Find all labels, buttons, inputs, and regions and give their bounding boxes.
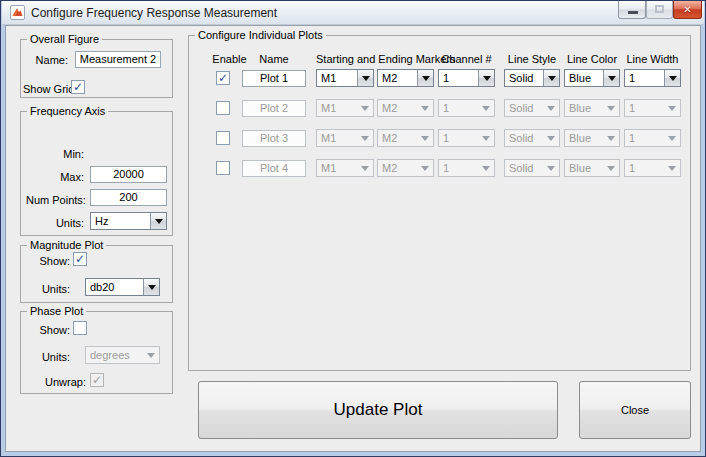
chevron-down-icon (422, 76, 430, 81)
dropdown-arrow-button (417, 130, 433, 146)
chevron-down-icon (155, 219, 163, 224)
dropdown-arrow-button (357, 160, 373, 176)
plot4-marker-end-dropdown: M2 (377, 159, 434, 177)
plot1-name-input[interactable]: Plot 1 (242, 70, 306, 87)
plot2-marker-end-value: M2 (382, 102, 397, 114)
plot3-line-width-value: 1 (629, 132, 635, 144)
plot4-line-style-dropdown: Solid (504, 159, 560, 177)
maximize-icon (655, 5, 664, 13)
chevron-down-icon (547, 166, 555, 171)
plot1-marker-end-dropdown[interactable]: M2 (377, 69, 434, 87)
plot2-channel-dropdown: 1 (438, 99, 495, 117)
plot2-line-color-dropdown: Blue (564, 99, 620, 117)
dropdown-arrow-button (478, 130, 494, 146)
chevron-down-icon (547, 106, 555, 111)
unwrap-checkbox (90, 373, 104, 387)
overall-figure-group: Overall Figure Name: Measurement 2 Show … (20, 39, 173, 98)
close-dialog-button[interactable]: Close (579, 381, 691, 439)
plot3-line-style-value: Solid (509, 132, 533, 144)
plot1-marker-end-value: M2 (382, 72, 397, 84)
phase-show-checkbox[interactable] (73, 321, 87, 335)
dropdown-arrow-button (357, 100, 373, 116)
minimize-button[interactable] (618, 1, 646, 19)
plot1-marker-start-dropdown[interactable]: M1 (316, 69, 374, 87)
plot3-marker-end-dropdown: M2 (377, 129, 434, 147)
plot-row-3: Plot 3 M1 M2 1 Solid Blue 1 (189, 129, 690, 150)
plot2-name-input: Plot 2 (242, 100, 306, 117)
update-plot-button[interactable]: Update Plot (198, 381, 558, 439)
plot3-channel-value: 1 (443, 132, 449, 144)
chevron-down-icon (148, 285, 156, 290)
plot1-line-width-value: 1 (629, 72, 635, 84)
plot1-line-width-dropdown[interactable]: 1 (624, 69, 681, 87)
plot1-channel-value: 1 (443, 72, 449, 84)
freq-max-label: Max: (26, 171, 84, 183)
title-bar[interactable]: Configure Frequency Response Measurement… (2, 1, 704, 25)
line-color-column-header: Line Color (564, 53, 620, 65)
plot2-enable-checkbox[interactable] (216, 101, 230, 115)
name-column-header: Name (242, 53, 306, 65)
phase-plot-group: Phase Plot Show: Units: degrees Unwrap: (20, 311, 173, 394)
freq-units-value: Hz (95, 215, 108, 227)
chevron-down-icon (482, 106, 490, 111)
plot3-enable-checkbox[interactable] (216, 131, 230, 145)
num-points-input[interactable]: 200 (90, 189, 167, 206)
chevron-down-icon (147, 353, 155, 358)
dropdown-arrow-button (664, 160, 680, 176)
dropdown-arrow-button (543, 100, 559, 116)
minimize-icon (628, 11, 638, 14)
plot4-channel-value: 1 (443, 162, 449, 174)
freq-max-input[interactable]: 20000 (90, 166, 167, 183)
show-grid-checkbox[interactable] (71, 80, 85, 94)
chevron-down-icon (361, 136, 369, 141)
plot3-marker-start-value: M1 (321, 132, 336, 144)
chevron-down-icon (361, 106, 369, 111)
magnitude-units-dropdown[interactable]: db20 (85, 278, 160, 296)
plot4-name-input: Plot 4 (242, 160, 306, 177)
dropdown-arrow-button (664, 100, 680, 116)
unwrap-label: Unwrap: (26, 376, 86, 388)
figure-name-input[interactable]: Measurement 2 (75, 51, 161, 68)
freq-units-dropdown[interactable]: Hz (90, 212, 167, 230)
plot3-line-color-dropdown: Blue (564, 129, 620, 147)
plot1-enable-checkbox[interactable] (216, 71, 230, 85)
plot1-line-color-dropdown[interactable]: Blue (564, 69, 620, 87)
magnitude-show-checkbox[interactable] (73, 252, 87, 266)
plot1-channel-dropdown[interactable]: 1 (438, 69, 495, 87)
plot4-marker-start-value: M1 (321, 162, 336, 174)
plot1-line-style-dropdown[interactable]: Solid (504, 69, 560, 87)
plot4-enable-checkbox[interactable] (216, 161, 230, 175)
plot4-line-color-dropdown: Blue (564, 159, 620, 177)
plot2-line-style-value: Solid (509, 102, 533, 114)
plot3-marker-start-dropdown: M1 (316, 129, 374, 147)
window-title: Configure Frequency Response Measurement (31, 6, 277, 20)
chevron-down-icon (362, 76, 370, 81)
phase-units-label: Units: (26, 351, 70, 363)
markers-column-header: Starting and Ending Markers (316, 53, 434, 65)
dropdown-arrow-button (478, 70, 494, 86)
phase-show-label: Show: (26, 324, 70, 336)
show-grid-label: Show Grid: (23, 83, 68, 95)
chevron-down-icon (668, 166, 676, 171)
magnitude-plot-group-title: Magnitude Plot (27, 239, 106, 251)
chevron-down-icon (607, 136, 615, 141)
plot3-channel-dropdown: 1 (438, 129, 495, 147)
chevron-down-icon (483, 76, 491, 81)
plot3-marker-end-value: M2 (382, 132, 397, 144)
line-style-column-header: Line Style (504, 53, 560, 65)
phase-units-dropdown: degrees (85, 346, 160, 364)
plot4-line-width-dropdown: 1 (624, 159, 681, 177)
close-button[interactable]: ✕ (673, 1, 702, 19)
plot-row-2: Plot 2 M1 M2 1 Solid Blue 1 (189, 99, 690, 120)
plot1-line-style-value: Solid (509, 72, 533, 84)
dropdown-arrow-button (143, 279, 159, 295)
plot3-line-style-dropdown: Solid (504, 129, 560, 147)
plot1-line-color-value: Blue (569, 72, 591, 84)
dropdown-arrow-button (417, 70, 433, 86)
freq-min-label: Min: (26, 148, 84, 160)
maximize-button (646, 1, 673, 19)
plot4-line-width-value: 1 (629, 162, 635, 174)
chevron-down-icon (608, 76, 616, 81)
chevron-down-icon (607, 106, 615, 111)
dropdown-arrow-button (417, 100, 433, 116)
